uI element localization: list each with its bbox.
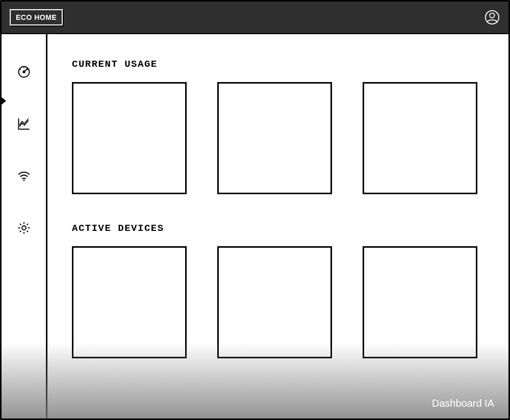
svg-point-1 bbox=[490, 13, 494, 18]
device-card[interactable] bbox=[217, 246, 332, 358]
current-usage-row bbox=[72, 82, 484, 194]
device-card[interactable] bbox=[72, 246, 187, 358]
profile-icon[interactable] bbox=[484, 9, 500, 25]
svg-point-4 bbox=[23, 179, 24, 181]
usage-card[interactable] bbox=[72, 82, 187, 194]
active-devices-row bbox=[72, 246, 484, 358]
body-container: CURRENT USAGE ACTIVE DEVICES Dashboard I… bbox=[2, 34, 508, 418]
logo-button[interactable]: ECO HOME bbox=[10, 9, 63, 25]
device-card[interactable] bbox=[363, 246, 477, 358]
gear-icon bbox=[17, 221, 31, 237]
sidebar-item-connectivity[interactable] bbox=[16, 169, 32, 185]
gauge-icon bbox=[17, 65, 31, 81]
wifi-icon bbox=[17, 169, 31, 185]
sidebar-item-dashboard[interactable] bbox=[16, 65, 32, 81]
chart-line-icon bbox=[17, 117, 31, 133]
main-content: CURRENT USAGE ACTIVE DEVICES bbox=[47, 34, 508, 418]
header-bar: ECO HOME bbox=[2, 2, 508, 34]
svg-point-3 bbox=[23, 71, 25, 73]
sidebar-item-analytics[interactable] bbox=[16, 117, 32, 133]
sidebar bbox=[2, 34, 47, 418]
svg-point-5 bbox=[22, 226, 26, 230]
section-heading-active-devices: ACTIVE DEVICES bbox=[72, 223, 484, 234]
usage-card[interactable] bbox=[363, 82, 477, 194]
usage-card[interactable] bbox=[217, 82, 332, 194]
section-heading-current-usage: CURRENT USAGE bbox=[72, 59, 484, 70]
sidebar-item-settings[interactable] bbox=[16, 221, 32, 237]
